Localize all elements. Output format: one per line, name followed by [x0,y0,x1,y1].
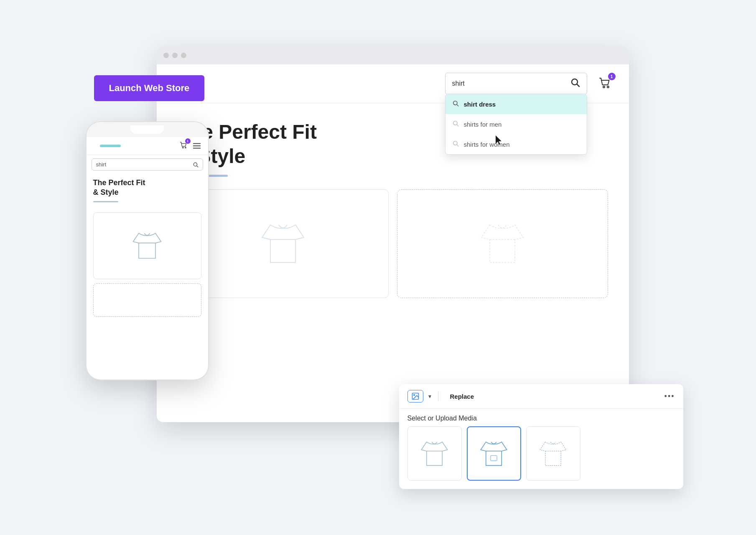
image-icon[interactable] [407,390,423,403]
phone-header: 1 [87,137,208,155]
svg-line-1 [577,84,579,87]
dropdown-search-icon-2 [452,120,459,128]
browser-content: shirt [157,64,629,422]
dropdown-item-shirts-men[interactable]: shirts for men [445,114,587,134]
media-thumb-2[interactable] [467,426,521,481]
search-input-text: shirt [452,80,570,87]
cart-badge: 1 [608,73,616,80]
dropdown-item-shirts-women[interactable]: shirts for women [445,134,587,154]
phone-cart-wrap: 1 [179,140,188,151]
product-card-1 [178,189,389,298]
svg-point-13 [185,147,186,148]
media-panel: ▾ Replace ••• Select or Upload Media [399,384,683,489]
media-panel-title: Select or Upload Media [399,409,683,426]
launch-web-store-button[interactable]: Launch Web Store [94,75,205,101]
phone-search-bar[interactable]: shirt [92,158,203,171]
dropdown-search-icon-1 [452,100,459,108]
cart-icon-wrap[interactable]: 1 [597,75,612,92]
svg-line-5 [457,125,458,126]
dropdown-search-icon-3 [452,140,459,148]
phone-notch-area [87,122,208,137]
search-container: shirt [445,73,587,94]
svg-rect-24 [491,455,497,461]
media-thumb-1[interactable] [407,426,462,481]
scene: Launch Web Store shirt [86,38,671,497]
svg-point-8 [603,86,605,88]
svg-point-9 [607,86,609,88]
dropdown-item-label-3: shirts for women [464,141,510,148]
svg-point-12 [182,147,183,148]
search-icon[interactable] [570,77,580,90]
search-dropdown: shirt dress shirts for men [445,94,587,155]
svg-point-0 [572,79,578,85]
product-grid [178,189,608,298]
store-header: shirt [157,64,629,103]
browser-window: shirt [157,46,629,422]
mobile-phone: 1 shirt The Perfect Fit & Style [86,121,209,380]
phone-product-dashed [93,283,201,317]
media-thumbnails [399,426,683,489]
svg-point-17 [193,163,197,166]
svg-line-7 [457,145,458,146]
phone-color-bar [100,145,121,147]
svg-point-6 [453,141,457,145]
media-thumb-3[interactable] [526,426,580,481]
phone-hero: The Perfect Fit & Style [87,174,208,212]
dropdown-item-label-2: shirts for men [464,121,502,128]
chevron-down-icon[interactable]: ▾ [428,393,431,400]
svg-point-2 [453,101,457,105]
phone-cart-badge: 1 [185,138,191,144]
browser-titlebar [157,46,629,64]
svg-line-18 [196,166,198,167]
phone-search-text: shirt [96,161,193,168]
dropdown-item-shirt-dress[interactable]: shirt dress [445,94,587,114]
replace-button[interactable]: Replace [445,390,479,403]
search-box[interactable]: shirt [445,73,587,94]
phone-product-img [93,212,201,279]
browser-dot-yellow [172,53,178,58]
product-card-2 [397,189,608,298]
svg-point-21 [413,395,415,396]
dropdown-item-label-1: shirt dress [464,101,496,108]
phone-notch [130,125,164,134]
browser-dot-green [181,53,186,58]
phone-hero-title: The Perfect Fit & Style [93,178,201,198]
browser-dot-red [163,53,169,58]
phone-divider [93,201,118,202]
svg-line-3 [457,104,458,106]
more-options-button[interactable]: ••• [664,392,675,401]
svg-point-4 [453,121,457,125]
media-panel-toolbar: ▾ Replace ••• [399,384,683,409]
